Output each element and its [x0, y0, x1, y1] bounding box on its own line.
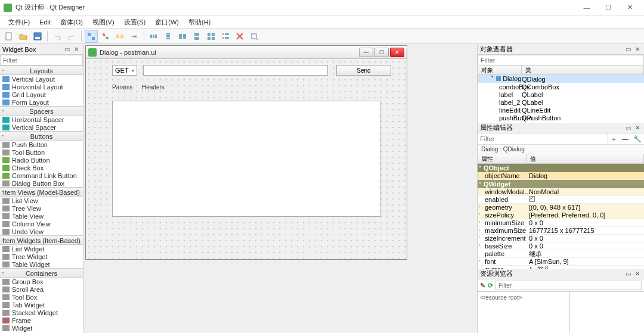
enabled-checkbox-icon[interactable] [529, 196, 535, 202]
group-qwidget[interactable]: ˅QWidget [478, 180, 644, 188]
prop-sizepolicy[interactable]: ›sizePolicy[Preferred, Preferred, 0, 0] [478, 211, 644, 219]
menu-view[interactable]: 视图(V) [88, 15, 119, 29]
resource-preview[interactable] [570, 292, 644, 333]
widget-widget[interactable]: Widget [0, 324, 83, 332]
oi-close-icon[interactable]: ✕ [633, 45, 642, 54]
form-window[interactable]: Dialog - postman.ui — ☐ ✕ GET▾ Send Para… [85, 45, 407, 260]
object-inspector-filter[interactable] [478, 55, 644, 66]
menu-settings[interactable]: 设置(S) [119, 15, 151, 29]
tree-row-label2[interactable]: label_2QLabel [478, 98, 644, 106]
prop-maximumsize[interactable]: ›maximumSize16777215 x 16777215 [478, 227, 644, 235]
widget-vertical-spacer[interactable]: Vertical Spacer [0, 123, 83, 131]
add-property-icon[interactable]: ＋ [608, 135, 620, 144]
widget-radio-button[interactable]: Radio Button [0, 156, 83, 164]
section-itemviews[interactable]: ˅Item Views (Model-Based) [0, 187, 83, 197]
widget-table-widget[interactable]: Table Widget [0, 260, 83, 268]
minimize-button[interactable]: — [576, 0, 597, 15]
url-lineedit[interactable] [143, 65, 328, 76]
widget-command-link[interactable]: Command Link Button [0, 172, 83, 179]
widget-tab-widget[interactable]: Tab Widget [0, 301, 83, 309]
rb-float-icon[interactable]: ▭ [624, 270, 632, 278]
tree-row-lineedit[interactable]: lineEditQLineEdit [478, 106, 644, 114]
widget-push-button[interactable]: Push Button [0, 141, 83, 148]
widget-stacked-widget[interactable]: Stacked Widget [0, 309, 83, 316]
menu-edit[interactable]: Edit [35, 15, 55, 29]
prop-enabled[interactable]: enabled [478, 196, 644, 204]
widget-horizontal-spacer[interactable]: Horizontal Spacer [0, 116, 83, 123]
form-minimize-icon[interactable]: — [359, 48, 373, 57]
widget-tree-view[interactable]: Tree View [0, 204, 83, 212]
config-property-icon[interactable]: 🔧 [631, 135, 644, 143]
section-spacers[interactable]: ˅Spacers [0, 106, 83, 116]
widget-frame[interactable]: Frame [0, 316, 83, 324]
widget-box-filter[interactable] [0, 55, 83, 66]
panel-float-icon[interactable]: ▭ [63, 45, 71, 54]
pe-col-val[interactable]: 值 [527, 154, 644, 163]
menu-help[interactable]: 帮助(H) [184, 15, 215, 29]
close-button[interactable]: ✕ [619, 0, 640, 15]
widget-grid-layout[interactable]: Grid Layout [0, 91, 83, 98]
widget-undo-view[interactable]: Undo View [0, 228, 83, 235]
layout-vsplit-icon[interactable] [190, 30, 203, 43]
section-itemwidgets[interactable]: ˅Item Widgets (Item-Based) [0, 235, 83, 245]
edit-buddies-icon[interactable] [113, 30, 126, 43]
edit-signals-icon[interactable] [99, 30, 112, 43]
prop-sizeincrement[interactable]: ›sizeIncrement0 x 0 [478, 235, 644, 242]
layout-hsplit-icon[interactable] [176, 30, 189, 43]
edit-resources-icon[interactable]: ✎ [480, 282, 485, 290]
break-layout-icon[interactable] [233, 30, 246, 43]
remove-property-icon[interactable]: — [620, 135, 631, 142]
layout-horizontal-icon[interactable] [147, 30, 160, 43]
form-body[interactable]: GET▾ Send Params Headers [86, 59, 407, 259]
layout-form-icon[interactable] [219, 30, 232, 43]
tree-row-combobox[interactable]: comboBoxQComboBox [478, 83, 644, 91]
params-label[interactable]: Params [112, 84, 132, 91]
save-file-icon[interactable] [31, 30, 44, 43]
headers-label[interactable]: Headers [142, 84, 165, 91]
resource-filter[interactable] [496, 281, 642, 290]
section-buttons[interactable]: ˅Buttons [0, 131, 83, 141]
reload-resources-icon[interactable]: ⟳ [488, 282, 493, 290]
widget-list-view[interactable]: List View [0, 197, 83, 204]
edit-widgets-icon[interactable] [85, 30, 98, 43]
designer-canvas[interactable]: Dialog - postman.ui — ☐ ✕ GET▾ Send Para… [83, 44, 477, 333]
widget-horizontal-layout[interactable]: Horizontal Layout [0, 83, 83, 91]
pe-float-icon[interactable]: ▭ [624, 124, 632, 132]
menu-window[interactable]: 窗口(W) [150, 15, 184, 29]
widget-tree-widget[interactable]: Tree Widget [0, 253, 83, 260]
edit-taborder-icon[interactable]: ⇥ [128, 30, 141, 43]
rb-close-icon[interactable]: ✕ [633, 270, 642, 278]
widget-table-view[interactable]: Table View [0, 212, 83, 220]
widget-list-widget[interactable]: List Widget [0, 245, 83, 253]
prop-objectname[interactable]: objectNameDialog [478, 172, 644, 180]
prop-minimumsize[interactable]: ›minimumSize0 x 0 [478, 219, 644, 227]
menu-file[interactable]: 文件(F) [4, 15, 35, 29]
oi-col-object[interactable]: 对象 [478, 66, 522, 74]
form-maximize-icon[interactable]: ☐ [374, 48, 389, 57]
widget-vertical-layout[interactable]: Vertical Layout [0, 75, 83, 83]
widget-scroll-area[interactable]: Scroll Area [0, 285, 83, 293]
resource-tree[interactable]: <resource root> [478, 292, 570, 333]
widget-box-list[interactable]: ˅Layouts Vertical Layout Horizontal Layo… [0, 66, 83, 333]
menu-form[interactable]: 窗体(O) [55, 15, 88, 29]
redo-icon[interactable] [65, 30, 78, 43]
section-containers[interactable]: ˅Containers [0, 268, 83, 278]
object-tree[interactable]: ˅ DialogQDialog comboBoxQComboBox labelQ… [478, 75, 644, 123]
tree-row-pushbutton[interactable]: pushButtonQPushButton [478, 114, 644, 122]
section-layouts[interactable]: ˅Layouts [0, 66, 83, 75]
group-qobject[interactable]: ˅QObject [478, 164, 644, 172]
widget-group-box[interactable]: Group Box [0, 278, 83, 285]
property-filter[interactable] [478, 133, 608, 144]
widget-tool-box[interactable]: Tool Box [0, 293, 83, 301]
tree-row-label[interactable]: labelQLabel [478, 91, 644, 98]
response-textarea[interactable] [112, 101, 380, 217]
undo-icon[interactable] [51, 30, 64, 43]
form-close-icon[interactable]: ✕ [390, 48, 404, 57]
pe-close-icon[interactable]: ✕ [633, 124, 642, 132]
panel-close-icon[interactable]: ✕ [72, 45, 80, 54]
http-method-combobox[interactable]: GET▾ [112, 65, 137, 76]
prop-palette[interactable]: palette继承 [478, 250, 644, 258]
widget-column-view[interactable]: Column View [0, 220, 83, 228]
layout-grid-icon[interactable] [205, 30, 218, 43]
open-file-icon[interactable] [17, 30, 30, 43]
